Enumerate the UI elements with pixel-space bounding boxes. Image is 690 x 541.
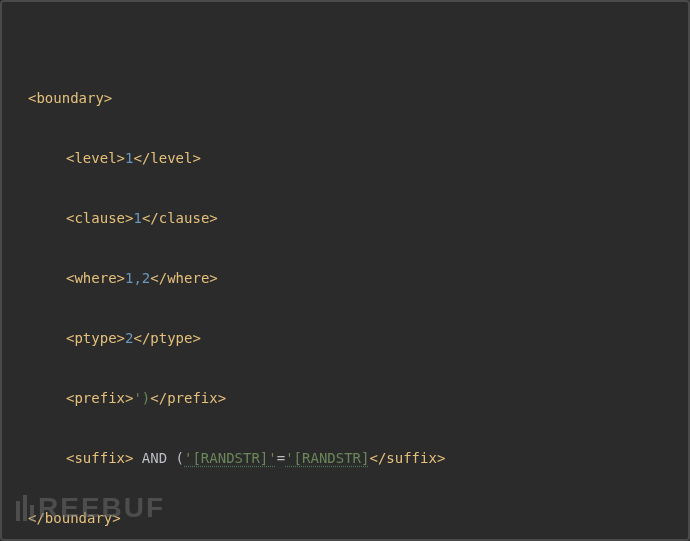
code-line: <suffix> AND ('[RANDSTR]'='[RANDSTR]</su… [2, 448, 688, 468]
code-line: <where>1,2</where> [2, 268, 688, 288]
close-tag: </boundary> [28, 510, 121, 526]
code-line: <ptype>2</ptype> [2, 328, 688, 348]
code-line: <prefix>')</prefix> [2, 388, 688, 408]
code-line: <level>1</level> [2, 148, 688, 168]
code-line: <clause>1</clause> [2, 208, 688, 228]
code-editor[interactable]: <boundary> <level>1</level> <clause>1</c… [0, 0, 690, 541]
code-line: <boundary> [2, 88, 688, 108]
code-line: </boundary> [2, 508, 688, 528]
open-tag: <boundary> [28, 90, 112, 106]
